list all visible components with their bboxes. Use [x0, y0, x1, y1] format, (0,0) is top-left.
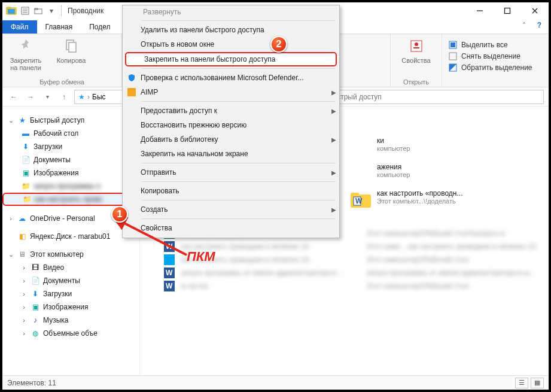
select-none-icon: [448, 51, 458, 61]
word-icon: W: [164, 281, 175, 291]
ctx-send-to[interactable]: Отправить▶: [123, 165, 339, 180]
explorer-window: ▾ Проводник Файл Главная Подел ˄ ? Закре…: [0, 0, 551, 392]
status-item-count: Элементов: 11: [7, 379, 56, 387]
svg-text:W: W: [166, 269, 173, 277]
ribbon-collapse-icon[interactable]: ˄: [522, 22, 526, 30]
nav-pictures-2[interactable]: ›▣Изображения: [2, 300, 139, 314]
ctx-expand[interactable]: Развернуть: [123, 5, 339, 19]
word-icon: W: [164, 268, 175, 278]
annotation-badge-2: 2: [270, 36, 287, 53]
ribbon-invert[interactable]: Обратить выделение: [448, 63, 543, 72]
nav-downloads[interactable]: ⬇Загрузки: [2, 140, 139, 153]
nav-desktop-label: Рабочий стол: [34, 129, 78, 138]
nav-back-button[interactable]: ←: [7, 90, 20, 104]
qat-newfolder-icon[interactable]: [32, 5, 44, 16]
submenu-arrow-icon: ▶: [328, 108, 339, 114]
ctx-open-new-window[interactable]: Открыть в новом окне: [123, 37, 339, 51]
ctx-defender-scan[interactable]: Проверка с использованием Microsoft Defe…: [123, 71, 339, 85]
ctx-add-library[interactable]: Добавить в библиотеку▶: [123, 132, 339, 147]
ribbon-group-select: Выделить все Снять выделение Обратить вы…: [442, 34, 549, 87]
titlebar-separator: [61, 5, 62, 16]
submenu-arrow-icon: ▶: [328, 206, 339, 213]
file-path-blur: Этот комп... как настроить проводник в w…: [366, 242, 536, 251]
ctx-restore-version[interactable]: Восстановить прежнюю версию: [123, 118, 339, 132]
folder-tile-downloads[interactable]: кикомпьютер: [349, 136, 493, 157]
ctx-new[interactable]: Создать▶: [123, 202, 339, 217]
shield-icon: [123, 74, 141, 82]
tab-home[interactable]: Главная: [37, 20, 81, 34]
nav-volumes-label: Объемные объе: [43, 329, 98, 338]
ctx-label: Добавить в библиотеку: [141, 135, 328, 144]
window-title: Проводник: [68, 7, 103, 15]
close-button[interactable]: [521, 2, 549, 19]
nav-downloads-2[interactable]: ›⬇Загрузки: [2, 287, 139, 300]
recent-file-5[interactable]: Wto-do-listЭтот компьютер\\Рабочий стол: [164, 281, 540, 291]
view-details-button[interactable]: ☰: [515, 378, 528, 388]
nav-desktop[interactable]: ▬Рабочий стол: [2, 127, 139, 140]
context-menu: Развернуть Удалить из панели быстрого до…: [122, 5, 340, 238]
folder-tile-images[interactable]: ажениякомпьютер: [349, 163, 493, 183]
ctx-pin-quick-access[interactable]: Закрепить на панели быстрого доступа: [125, 52, 337, 66]
yadisk-icon: ◧: [17, 231, 28, 242]
qat-dropdown-icon[interactable]: ▾: [45, 5, 57, 16]
ribbon-select-none-label: Снять выделение: [461, 52, 520, 60]
ribbon-properties-button[interactable]: Свойства: [399, 37, 434, 64]
ribbon-select-all[interactable]: Выделить все: [448, 40, 543, 50]
pin-icon: [16, 37, 35, 56]
ctx-pin-start[interactable]: Закрепить на начальном экране: [123, 147, 339, 161]
nav-up-button[interactable]: ↑: [57, 90, 71, 104]
ribbon-select-none[interactable]: Снять выделение: [448, 51, 543, 61]
breadcrumb-root[interactable]: Быс: [92, 93, 106, 101]
aimp-icon: [123, 88, 141, 96]
ctx-grant-access[interactable]: Предоставить доступ к▶: [123, 104, 339, 118]
nav-pictures[interactable]: ▣Изображения: [2, 166, 139, 180]
recent-file-2[interactable]: Wкак настроить проводник в windows 10Это…: [164, 241, 540, 252]
minimize-button[interactable]: [466, 2, 494, 19]
status-bar: Элементов: 11 ☰ ▦: [2, 375, 549, 390]
maximize-button[interactable]: [494, 2, 521, 19]
status-view-switch: ☰ ▦: [515, 378, 544, 388]
nav-forward-button[interactable]: →: [24, 90, 37, 104]
nav-history-button[interactable]: ▾: [41, 90, 54, 104]
folder-name: ки: [377, 136, 410, 145]
svg-rect-20: [449, 53, 456, 60]
ctx-separator: [142, 68, 336, 69]
recent-file-3[interactable]: как настроить проводник в windows 10Этот…: [164, 254, 540, 265]
download-icon: ⬇: [30, 288, 41, 299]
nav-music[interactable]: ›♪Музыка: [2, 314, 139, 327]
tab-share[interactable]: Подел: [81, 20, 118, 34]
ctx-label: Открыть в новом окне: [141, 40, 339, 48]
nav-downloads2-label: Загрузки: [43, 290, 72, 298]
submenu-arrow-icon: ▶: [328, 169, 339, 176]
nav-quick-access[interactable]: ⌄★Быстрый доступ: [2, 114, 139, 127]
onedrive-icon: ☁: [17, 213, 28, 224]
file-name-blur: to-do-list: [181, 282, 360, 290]
recent-file-4[interactable]: Wзапуск программы от имени администратор…: [164, 268, 540, 278]
tab-file[interactable]: Файл: [2, 20, 37, 34]
folder-icon: [349, 136, 372, 157]
file-path-blur: Этот компьютер\\Рабочий стол\\lumpics.ru: [366, 229, 506, 238]
nav-documents-2[interactable]: ›📄Документы: [2, 274, 139, 287]
ctx-copy[interactable]: Копировать: [123, 184, 339, 198]
svg-rect-27: [351, 193, 359, 196]
folder-sub: компьютер: [377, 145, 410, 152]
explorer-icon: [6, 5, 17, 16]
ctx-label: Закрепить на начальном экране: [141, 150, 339, 158]
star-icon: ★: [17, 115, 28, 126]
ctx-remove-quick[interactable]: Удалить из панели быстрого доступа: [123, 23, 339, 37]
ribbon-copy-button[interactable]: Копирова: [54, 37, 89, 64]
nav-3dobjects[interactable]: ›◍Объемные объе: [2, 327, 139, 340]
nav-documents[interactable]: 📄Документы: [2, 153, 139, 166]
ribbon-pin-button[interactable]: Закрепить на панели: [8, 37, 43, 71]
qat-properties-icon[interactable]: [19, 5, 31, 16]
folder-tile-explorer-setup[interactable]: W как настроить «проводн...Этот компьют.…: [349, 189, 493, 209]
ctx-aimp[interactable]: AIMP▶: [123, 85, 339, 99]
nav-folder-selected[interactable]: 📁как настроить прово: [2, 193, 139, 206]
view-icons-button[interactable]: ▦: [531, 378, 544, 388]
folder-icon: [349, 163, 372, 183]
ribbon-copy-label: Копирова: [57, 57, 86, 64]
svg-point-16: [415, 42, 418, 46]
ctx-label: AIMP: [141, 88, 328, 96]
nav-folder-blur1[interactable]: 📁запуск программы о: [2, 180, 139, 193]
help-icon[interactable]: ?: [537, 21, 541, 29]
